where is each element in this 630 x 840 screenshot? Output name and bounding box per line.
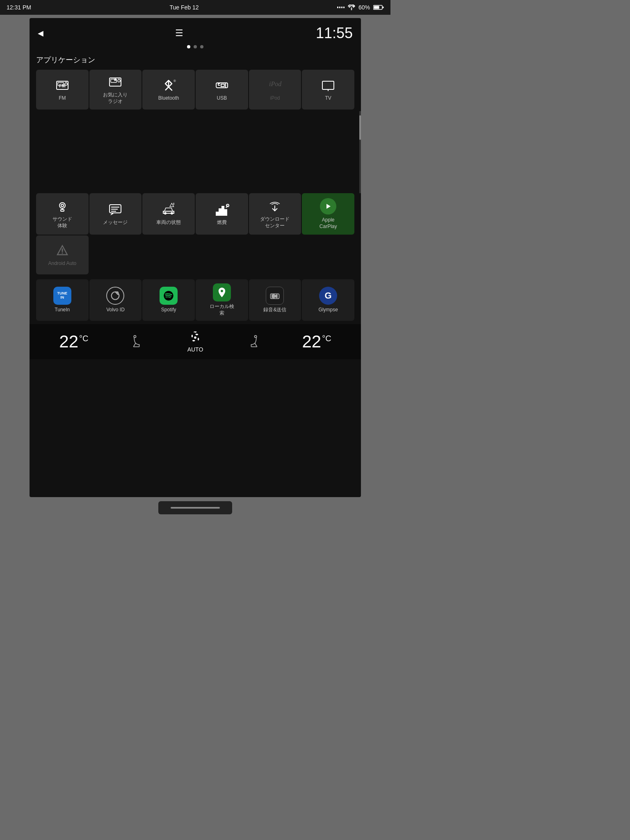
svg-point-30 <box>164 212 166 214</box>
ipod-icon: iPod <box>267 78 282 93</box>
svg-rect-37 <box>225 210 227 215</box>
back-arrow-icon[interactable]: ◀ <box>38 29 43 38</box>
battery-level: 60% <box>358 4 370 11</box>
app-tile-tunein[interactable]: TUNEIN TuneIn <box>36 279 89 320</box>
seat-left-icon[interactable] <box>131 334 144 349</box>
top-app-row: FM FM お気に入りラジオ ® <box>30 70 361 110</box>
app-tile-messages[interactable]: メッセージ <box>89 193 142 235</box>
app-label-tunein: TuneIn <box>55 307 70 313</box>
svg-rect-1 <box>383 7 384 8</box>
battery-icon <box>373 5 384 10</box>
app-tile-local-search[interactable]: ローカル検索 <box>196 279 248 320</box>
app-label-glympse: Glympse <box>318 307 338 313</box>
page-indicator <box>30 45 361 48</box>
app-label-volvo-id: Volvo ID <box>106 307 125 313</box>
app-tile-spotify[interactable]: Spotify <box>142 279 195 320</box>
page-dot-2[interactable] <box>194 45 197 48</box>
climate-bar: 22°C AUTO <box>30 324 361 359</box>
app-tile-favorite-radio[interactable]: お気に入りラジオ <box>89 70 142 110</box>
empty-cell-1 <box>89 235 142 274</box>
svg-point-10 <box>118 80 120 82</box>
app-tile-fuel[interactable]: 燃費 <box>196 193 248 235</box>
svg-rect-35 <box>219 209 221 215</box>
scrollbar-thumb[interactable] <box>359 115 361 140</box>
svg-rect-24 <box>61 210 64 211</box>
app-label-vehicle-status: 車両の状態 <box>156 219 181 226</box>
svg-rect-50 <box>274 294 274 298</box>
app-label-sound: サウンド体験 <box>52 216 72 229</box>
home-bar-container <box>0 497 390 520</box>
app-tile-vehicle-status[interactable]: ! 車両の状態 <box>142 193 195 235</box>
local-search-icon <box>213 283 231 301</box>
app-tile-sound[interactable]: サウンド体験 <box>36 193 89 235</box>
svg-rect-19 <box>322 81 334 89</box>
home-bar[interactable] <box>158 501 232 514</box>
page-dot-1[interactable] <box>187 45 190 48</box>
third-app-row: Android Auto <box>30 235 361 274</box>
empty-cell-4 <box>249 235 301 274</box>
top-bar: ◀ ☰ 11:55 <box>30 18 361 45</box>
home-bar-line <box>171 507 220 509</box>
app-tile-android-auto[interactable]: Android Auto <box>36 235 89 274</box>
status-right: 60% <box>337 4 384 11</box>
app-label-fm: FM <box>59 95 66 102</box>
svg-rect-49 <box>272 295 273 298</box>
carplay-icon <box>320 198 336 215</box>
usb-icon <box>215 78 229 93</box>
app-label-fuel: 燃費 <box>217 219 227 226</box>
app-tile-download[interactable]: ダウンロードセンター <box>249 193 301 235</box>
app-label-tv: TV <box>325 95 331 102</box>
content-spacer <box>30 111 361 193</box>
app-tile-volvo-id[interactable]: Volvo ID <box>89 279 142 320</box>
signal-icon <box>337 7 345 8</box>
scrollbar[interactable] <box>359 111 361 193</box>
middle-app-row: サウンド体験 メッセージ ! <box>30 193 361 235</box>
sound-icon <box>55 199 70 214</box>
volvo-icon <box>106 287 124 305</box>
app-tile-recording[interactable]: 録音&送信 <box>249 279 301 320</box>
svg-marker-32 <box>170 203 174 206</box>
svg-marker-41 <box>326 204 331 209</box>
app-label-local-search: ローカル検索 <box>210 304 234 316</box>
glympse-icon: G <box>319 287 337 305</box>
app-tile-glympse[interactable]: G Glympse <box>302 279 354 320</box>
svg-point-23 <box>61 204 64 207</box>
car-ui: ◀ ☰ 11:55 アプリケーション FM FM <box>30 18 361 497</box>
status-time: 12:31 PM <box>7 4 31 11</box>
svg-text:®: ® <box>173 79 176 83</box>
app-tile-tv[interactable]: TV <box>302 70 354 110</box>
empty-cell-3 <box>196 235 248 274</box>
app-tile-ipod[interactable]: iPod iPod <box>249 70 301 110</box>
svg-point-22 <box>59 203 65 208</box>
status-date: Tue Feb 12 <box>169 4 199 11</box>
svg-text:iPod: iPod <box>269 80 282 87</box>
svg-point-53 <box>134 335 136 337</box>
app-tile-bluetooth[interactable]: ® Bluetooth <box>142 70 195 110</box>
svg-rect-34 <box>216 212 218 215</box>
recording-icon <box>266 287 284 305</box>
menu-icon[interactable]: ☰ <box>175 28 184 39</box>
left-temp-display[interactable]: 22°C <box>59 332 88 352</box>
app-label-carplay: AppleCarPlay <box>320 217 337 230</box>
app-label-spotify: Spotify <box>161 307 176 313</box>
app-tile-usb[interactable]: USB <box>196 70 248 110</box>
left-temp-value: 22 <box>59 332 78 351</box>
svg-rect-51 <box>275 295 276 297</box>
messages-icon <box>108 202 123 217</box>
svg-rect-2 <box>374 6 379 9</box>
app-tile-carplay[interactable]: AppleCarPlay <box>302 193 354 235</box>
seat-right-icon[interactable] <box>246 334 259 349</box>
auto-control[interactable]: AUTO <box>187 331 203 353</box>
left-temp-unit: °C <box>79 334 88 343</box>
svg-point-43 <box>62 253 63 254</box>
page-dot-3[interactable] <box>200 45 203 48</box>
right-temp-display[interactable]: 22°C <box>302 332 331 352</box>
tv-icon <box>321 78 336 93</box>
fan-icon <box>188 331 202 345</box>
android-auto-icon <box>55 243 70 258</box>
svg-rect-36 <box>222 206 224 215</box>
app-label-bluetooth: Bluetooth <box>158 95 179 102</box>
status-bar: 12:31 PM Tue Feb 12 60% <box>0 0 390 15</box>
empty-cell-2 <box>142 235 195 274</box>
app-tile-fm[interactable]: FM FM <box>36 70 89 110</box>
